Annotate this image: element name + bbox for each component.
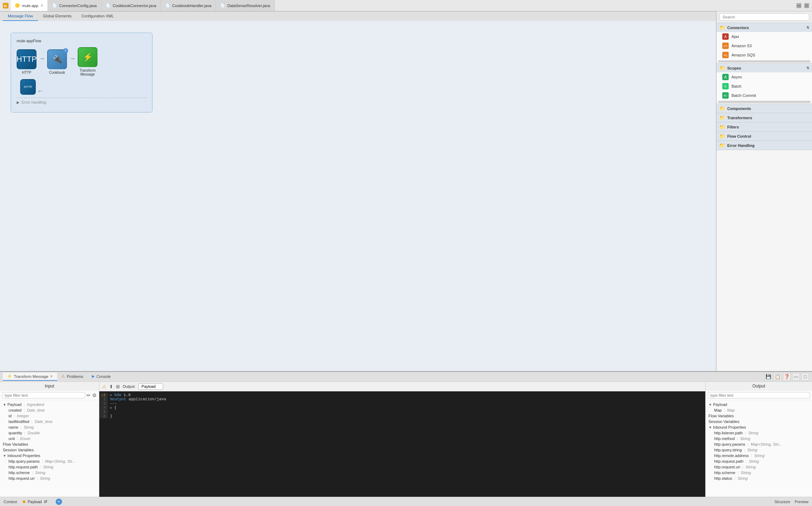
tab-mule-app[interactable]: 🟡 mule-app ✕ (11, 0, 48, 11)
out-payload-map[interactable]: Map : Map (706, 407, 812, 413)
out-remote-address[interactable]: http.remote.address : String (706, 453, 812, 458)
inbound-properties-root[interactable]: ▼ Context Inbound Properties (0, 453, 99, 458)
tab-cookbookconnector[interactable]: 📄 CookbookConnector.java (101, 0, 161, 11)
tab-cookbookhandler[interactable]: 📄 CookbookHandler.java (161, 0, 216, 11)
payload-quantity[interactable]: quantity : Double (0, 430, 99, 436)
connector-amazons3[interactable]: S3 Amazon S3 (717, 41, 812, 50)
preview-tab[interactable]: Preview (795, 500, 808, 504)
amazons3-icon: S3 (722, 43, 729, 49)
output-search-input[interactable] (708, 392, 810, 398)
flow-node-http[interactable]: HTTP HTTP (17, 49, 37, 75)
out-query-string[interactable]: http.query.string : String (706, 447, 812, 453)
line-content-2: %output application/java (108, 397, 166, 401)
flow-variables-root[interactable]: Flow Variables (0, 441, 99, 447)
out-inbound-root[interactable]: ▼ Inbound Properties (706, 424, 812, 430)
inbound-request-uri[interactable]: http.request.uri : String (0, 475, 99, 481)
payload-root[interactable]: ▼ Payload : Ingredient (0, 402, 99, 407)
session-variables-root[interactable]: Session Variables (0, 447, 99, 453)
bottom-tab-console[interactable]: ▶ Console (88, 373, 115, 381)
bottom-tab-transform[interactable]: ⚡ Transform Message ✕ (3, 373, 57, 381)
transform-tab-close[interactable]: ✕ (50, 374, 53, 378)
editor-content[interactable]: ⚠1 ⊖ %dw 1.0 2 %output application/java … (99, 391, 705, 497)
payload-id[interactable]: id : Integer (0, 413, 99, 419)
context-label: Context (4, 500, 17, 504)
minimize-btn[interactable]: — (796, 3, 801, 8)
components-section-header[interactable]: 📁 Components (717, 104, 812, 113)
error-handling-row[interactable]: ▶ Error handling (17, 98, 146, 106)
out-query-params[interactable]: http.query.params : Map<String, Stri... (706, 441, 812, 447)
canvas-tab-global-elements[interactable]: Global Elements (38, 12, 77, 21)
input-search-input[interactable] (2, 392, 85, 398)
maximize-btn[interactable]: □ (804, 3, 809, 8)
ajax-icon: A (722, 33, 729, 40)
context-tab[interactable]: Context (4, 500, 17, 504)
layout-tool-btn[interactable]: 📋 (774, 373, 782, 381)
connectors-scrollbar[interactable] (718, 60, 811, 62)
right-panel-search-input[interactable] (719, 13, 809, 21)
bottom-tab-problems[interactable]: ⚠ Problems (57, 373, 87, 381)
save-tool-btn[interactable]: 💾 (764, 373, 772, 381)
tab-app-icon: 🟡 (15, 3, 20, 8)
upload-icon[interactable]: ⬆ (109, 384, 113, 389)
flow-control-section: 📁 Flow Control (717, 132, 812, 141)
inbound-scheme[interactable]: http.scheme : String (0, 470, 99, 475)
out-status[interactable]: http.status : String (706, 475, 812, 481)
minimize-tool-btn[interactable]: — (792, 373, 800, 381)
flow-node-transform[interactable]: ⚡ TransformMessage (78, 47, 98, 76)
payload-unit[interactable]: unit : Enum (0, 436, 99, 441)
out-flow-variables[interactable]: Flow Variables (706, 413, 812, 419)
transformers-section-header[interactable]: 📁 Transformers (717, 113, 812, 122)
payload-name[interactable]: name : String (0, 424, 99, 430)
canvas-tab-config-xml[interactable]: Configuration XML (77, 12, 119, 21)
amazonsqs-label: Amazon SQS (732, 53, 755, 57)
out-payload-root[interactable]: ▼ Payload (706, 402, 812, 407)
out-request-uri[interactable]: http.request.uri : String (706, 464, 812, 470)
out-scheme[interactable]: http.scheme : String (706, 470, 812, 475)
grid-icon[interactable]: ⊞ (116, 384, 120, 389)
scope-batch[interactable]: B Batch (717, 82, 812, 91)
structure-tab[interactable]: Structure (774, 500, 790, 504)
input-settings-icon[interactable]: ⚙ (92, 392, 97, 398)
return-http-node[interactable]: HTTP (20, 79, 36, 95)
payload-lastmodified[interactable]: lastModified : Date_time (0, 419, 99, 424)
flow-node-cookbook[interactable]: 🔌 + Cookbook (47, 49, 67, 75)
line-content-3: --- (108, 401, 117, 406)
components-label: Components (727, 106, 751, 111)
scopes-section-header[interactable]: 📁 Scopes ⇅ (717, 64, 812, 72)
canvas-tab-message-flow[interactable]: Message Flow (3, 12, 38, 21)
top-section: mule-appFlow HTTP HTTP → 🔌 + (0, 11, 812, 371)
scopes-scrollbar[interactable] (718, 101, 811, 103)
cookbook-node-icon: 🔌 + (47, 49, 67, 69)
help-tool-btn[interactable]: ❓ (783, 373, 791, 381)
amazonsqs-icon: SQ (722, 52, 729, 58)
filters-folder-icon: 📁 (719, 124, 725, 130)
add-output-btn[interactable]: + (56, 499, 62, 505)
payload-status[interactable]: Payload ⇄ (23, 499, 47, 504)
maximize-tool-btn[interactable]: □ (801, 373, 809, 381)
tab-connectorconfig[interactable]: 📄 ConnectorConfig.java (48, 0, 101, 11)
connector-amazonsqs[interactable]: SQ Amazon SQS (717, 50, 812, 60)
inbound-query-params[interactable]: http.query.params : Map<String, Str... (0, 458, 99, 464)
scope-async[interactable]: A Async (717, 72, 812, 82)
out-listener-path[interactable]: http.listener.path : String (706, 430, 812, 436)
batchcommit-icon: BC (722, 92, 729, 99)
payload-dot-icon (23, 500, 26, 503)
filters-section-header[interactable]: 📁 Filters (717, 122, 812, 131)
flow-control-section-header[interactable]: 📁 Flow Control (717, 132, 812, 141)
tab-datasense[interactable]: 📄 DataSenseResolver.java (216, 0, 274, 11)
out-request-path[interactable]: http.request.path : String (706, 458, 812, 464)
error-handling-section-header[interactable]: 📁 Error Handling (717, 141, 812, 150)
scope-batchcommit[interactable]: BC Batch Commit (717, 91, 812, 100)
tab-close-btn[interactable]: ✕ (40, 4, 43, 7)
out-session-variables[interactable]: Session Variables (706, 419, 812, 424)
connectors-section-header[interactable]: 📁 Connectors ⇅ (717, 23, 812, 32)
out-method[interactable]: http.method : String (706, 436, 812, 441)
connector-ajax[interactable]: A Ajax (717, 32, 812, 41)
input-edit-icon[interactable]: ✏ (87, 392, 91, 398)
payload-created[interactable]: created : Date_time (0, 407, 99, 413)
code-line-6: 6 } (99, 414, 705, 418)
output-select[interactable]: Payload (138, 383, 163, 390)
inbound-request-path[interactable]: http.request.path : String (0, 464, 99, 470)
bottom-panels: Input ✏ ⚙ ▼ Payload : Ingredient created (0, 382, 812, 497)
batchcommit-label: Batch Commit (732, 93, 756, 98)
